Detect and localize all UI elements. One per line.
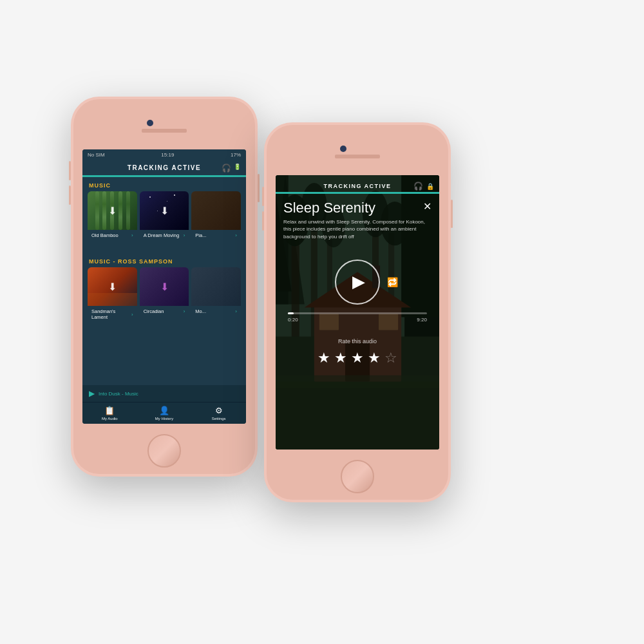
card-label-sandman: Sandman's Lament ›: [88, 306, 137, 323]
download-icon-bamboo: ⬇: [108, 205, 117, 217]
download-icon-circadian: ⬇: [160, 281, 169, 293]
power-btn[interactable]: [258, 174, 260, 202]
song-description: Relax and unwind with Sleep Serenity. Co…: [276, 218, 439, 247]
card-piano[interactable]: Pia... ›: [191, 191, 241, 249]
star-1[interactable]: ★: [317, 350, 330, 366]
card-label-dream: A Dream Moving ›: [140, 230, 189, 241]
close-button[interactable]: ✕: [423, 200, 431, 213]
bamboo-stick-5: [126, 191, 130, 230]
star-4[interactable]: ★: [368, 350, 381, 366]
my-audio-icon: 📋: [104, 406, 115, 415]
left-header-icons: 🎧 🔋: [222, 164, 241, 173]
star-5[interactable]: ☆: [384, 350, 397, 366]
card-bg-stars: ⬇: [140, 191, 189, 230]
bamboo-stick-1: [95, 191, 99, 230]
my-audio-label: My Audio: [102, 417, 118, 421]
download-icon-sandman: ⬇: [108, 281, 117, 293]
battery-icon-right: 🔒: [426, 183, 434, 190]
play-container: ▶ 🔁: [335, 260, 380, 305]
status-center-text: 15:19: [161, 152, 174, 158]
my-history-label: My History: [155, 417, 173, 421]
progress-area: 0:20 9:20: [288, 305, 427, 327]
card-circadian[interactable]: ⬇ Circadian ›: [140, 267, 189, 325]
screen-right: TRACKING ACTIVE 🎧 🔒 Sleep Serenity ✕ Rel…: [276, 175, 439, 450]
card-old-bamboo[interactable]: ⬇ Old Bamboo ›: [88, 191, 137, 249]
status-right-text: 17%: [231, 152, 241, 158]
card-label-bamboo: Old Bamboo ›: [88, 230, 137, 241]
settings-icon: ⚙: [215, 406, 223, 415]
play-button[interactable]: ▶: [335, 260, 380, 305]
repeat-button[interactable]: 🔁: [387, 277, 398, 287]
card-arrow-piano: ›: [235, 232, 237, 238]
now-playing-play-icon: ▶: [89, 389, 95, 398]
progress-bar[interactable]: [288, 312, 427, 314]
card-label-mo: Mo... ›: [191, 306, 241, 317]
card-name-dream: A Dream Moving: [144, 232, 179, 238]
music-grid-1: ⬇ Old Bamboo ›: [82, 191, 246, 253]
card-bg-mo: [191, 267, 241, 306]
left-header: TRACKING ACTIVE 🎧 🔋: [82, 160, 246, 175]
volume-down-btn-right[interactable]: [262, 211, 264, 231]
star-3[interactable]: ★: [351, 350, 364, 366]
bamboo-stick-4: [118, 191, 122, 230]
download-icon-dream: ⬇: [160, 205, 169, 217]
player-area: ▶ 🔁 0:20 9:20: [276, 247, 439, 333]
card-arrow-circadian: ›: [184, 308, 185, 314]
home-btn-left[interactable]: [147, 434, 181, 468]
now-playing-text: Into Dusk - Music: [99, 391, 138, 397]
left-header-title: TRACKING ACTIVE: [128, 164, 201, 171]
play-icon: ▶: [352, 272, 365, 292]
star-2[interactable]: ★: [334, 350, 347, 366]
right-header-icons: 🎧 🔒: [413, 182, 434, 191]
progress-fill: [288, 312, 294, 314]
card-dream-moving[interactable]: ⬇ A Dream Moving ›: [140, 191, 189, 249]
status-bar-left: No SIM 15:19 17%: [82, 149, 246, 160]
now-playing-bar[interactable]: ▶ Into Dusk - Music: [82, 385, 246, 402]
camera-right: [340, 146, 346, 152]
nav-settings[interactable]: ⚙ Settings: [191, 402, 246, 424]
status-bar-right: [276, 175, 439, 180]
star-dot-1: [149, 196, 151, 198]
nav-my-history[interactable]: 👤 My History: [137, 402, 192, 424]
card-arrow-mo: ›: [235, 308, 237, 314]
card-label-circadian: Circadian ›: [140, 306, 189, 317]
home-btn-right[interactable]: [341, 460, 374, 493]
card-name-mo: Mo...: [195, 308, 206, 314]
card-name-circadian: Circadian: [144, 308, 164, 314]
card-bg-bamboo: ⬇: [88, 191, 137, 230]
right-header: TRACKING ACTIVE 🎧 🔒: [276, 180, 439, 192]
camera-left: [147, 120, 153, 126]
phone-right: TRACKING ACTIVE 🎧 🔒 Sleep Serenity ✕ Rel…: [264, 122, 451, 502]
my-history-icon: 👤: [159, 406, 169, 415]
card-name-bamboo: Old Bamboo: [91, 232, 118, 238]
right-header-title: TRACKING ACTIVE: [323, 183, 391, 189]
volume-down-btn[interactable]: [69, 185, 71, 205]
status-left-text: No SIM: [88, 152, 105, 158]
card-sandman[interactable]: ⬇ Sandman's Lament ›: [88, 267, 137, 325]
star-dot-2: [167, 201, 167, 202]
card-arrow-bamboo: ›: [131, 232, 133, 238]
card-arrow-dream: ›: [184, 232, 185, 238]
battery-icon: 🔋: [234, 164, 241, 173]
nav-my-audio[interactable]: 📋 My Audio: [82, 402, 137, 424]
volume-up-btn[interactable]: [69, 161, 71, 180]
headphones-icon: 🎧: [222, 164, 231, 173]
card-mo[interactable]: Mo... ›: [191, 267, 241, 325]
card-bg-piano: [191, 191, 241, 230]
bottom-nav: 📋 My Audio 👤 My History ⚙ Settings: [82, 402, 246, 424]
bamboo-stick-2: [102, 191, 106, 230]
right-content: TRACKING ACTIVE 🎧 🔒 Sleep Serenity ✕ Rel…: [276, 175, 439, 450]
now-playing-genre: Music: [125, 391, 138, 397]
song-title-area: Sleep Serenity ✕: [276, 194, 439, 218]
card-name-sandman: Sandman's Lament: [91, 308, 131, 320]
phone-left: No SIM 15:19 17% TRACKING ACTIVE 🎧 🔋 MUS…: [71, 97, 258, 477]
rate-label: Rate this audio: [276, 338, 439, 345]
speaker-right: [335, 155, 380, 158]
headphones-icon-right: 🎧: [413, 182, 423, 191]
star-dot-4: [157, 211, 158, 211]
section-ross-label: MUSIC - ROSS SAMPSON: [82, 253, 246, 267]
music-grid-2: ⬇ Sandman's Lament › ⬇ Circadian: [82, 267, 246, 329]
volume-up-btn-right[interactable]: [262, 187, 264, 206]
power-btn-right[interactable]: [451, 200, 453, 228]
card-label-piano: Pia... ›: [191, 230, 241, 241]
